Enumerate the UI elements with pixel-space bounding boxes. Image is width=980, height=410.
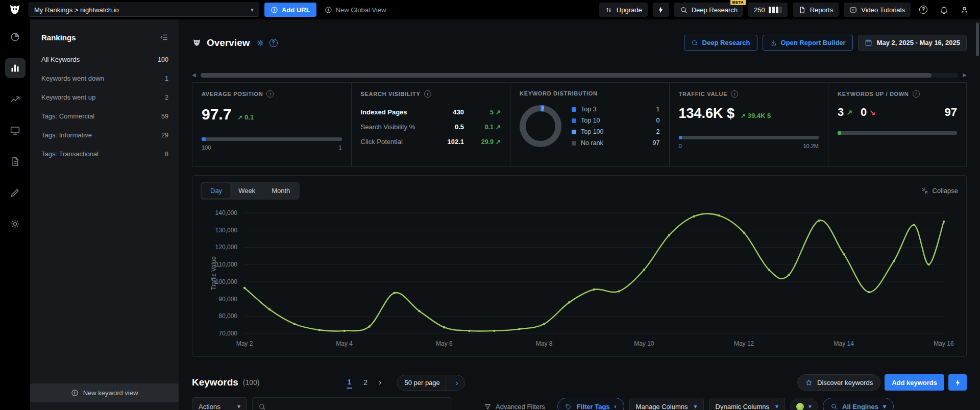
tab-month[interactable]: Month [263,183,298,198]
dynamic-columns-dropdown[interactable]: Dynamic Columns ▾ [709,398,786,410]
chevron-down-icon: ▾ [775,403,778,409]
page-title: Overview [207,37,250,49]
metric-row-click-potential: Click Potential 102.1 29.9 ↗ [361,134,501,149]
keywords-down-value: 0↘ [861,106,875,119]
search-icon [258,403,266,410]
next-page-button[interactable]: › [379,378,381,387]
tab-week[interactable]: Week [230,183,263,198]
collapse-sidebar-button[interactable] [159,33,168,42]
all-engines-dropdown[interactable]: All Engines ▾ [823,398,894,410]
svg-text:100,000: 100,000 [215,278,238,285]
upgrade-button[interactable]: Upgrade [599,3,648,17]
rail-backlinks-button[interactable] [5,120,26,140]
metric-change: 29.9 ↗ [464,138,501,146]
new-keyword-view-button[interactable]: New keyword view [30,383,179,402]
tab-day[interactable]: Day [202,183,230,198]
legend-swatch [572,118,576,123]
quick-add-button[interactable] [948,374,967,391]
card-title: TRAFFIC VALUE [679,91,728,97]
metric-label: Search Visibility % [361,123,436,131]
progress-fill [679,136,682,139]
video-tutorials-button[interactable]: Video Tutorials [844,3,911,17]
page-2-button[interactable]: 2 [362,377,369,388]
sidebar-item-tags-informative[interactable]: Tags: Informative 29 [41,126,168,144]
scrollbar-track[interactable] [201,73,959,78]
filter-tags-button[interactable]: Filter Tags › [557,398,624,410]
help-button[interactable]: ? [916,3,931,17]
svg-text:140,000: 140,000 [215,209,238,216]
legend-item-top100: Top 100 2 [572,126,660,137]
legend-value: 1 [656,106,660,113]
boost-button[interactable] [653,3,669,17]
reports-button[interactable]: Reports [793,3,839,17]
page-1-button[interactable]: 1 [347,376,353,389]
info-icon[interactable]: i [913,90,920,98]
calendar-icon [865,39,872,46]
discover-keywords-button[interactable]: Discover keywords [797,374,880,391]
sidebar-item-tags-commercial[interactable]: Tags: Commercial 59 [41,107,168,126]
vertical-scrollbar[interactable] [976,22,979,56]
plus-circle-icon [271,6,278,14]
sidebar-item-keywords-went-up[interactable]: Keywords went up 2 [41,88,168,107]
overview-help-button[interactable]: ? [270,39,278,47]
overview-settings-button[interactable] [256,39,264,47]
rail-rankings-button[interactable] [5,58,26,78]
rail-site-views-button[interactable] [5,89,26,109]
advanced-filters-button[interactable]: Advanced Filters [484,403,545,410]
per-page-selector[interactable]: 50 per page › [397,375,464,391]
rail-notes-button[interactable] [5,182,26,203]
info-icon[interactable]: i [266,90,274,98]
nightwatch-logo[interactable] [6,2,23,17]
position-progress-bar [202,137,342,141]
sidebar-item-all-keywords[interactable]: All Keywords 100 [41,50,168,69]
search-icon [680,6,688,14]
date-range-picker[interactable]: May 2, 2025 - May 16, 2025 [858,35,967,51]
svg-text:May 10: May 10 [634,340,654,347]
sidebar-item-keywords-went-down[interactable]: Keywords went down 1 [41,69,168,88]
rail-reports-button[interactable] [5,151,26,172]
scroll-left-icon[interactable]: ◀ [192,73,196,78]
keywords-search[interactable] [252,397,452,410]
actions-dropdown[interactable]: Actions ▾ [192,397,247,410]
add-keywords-button[interactable]: Add keywords [885,374,944,391]
credit-segment [776,7,778,13]
add-url-button[interactable]: Add URL [264,3,316,17]
manage-columns-dropdown[interactable]: Manage Columns ▾ [629,398,704,410]
keywords-search-input[interactable] [271,403,446,410]
credits-meter[interactable]: 250 [748,3,788,17]
legend-swatch [572,107,576,112]
legend-value: 2 [656,128,660,135]
scroll-right-icon[interactable]: ▶ [963,73,967,78]
workspace-selector[interactable]: My Rankings > nightwatch.io ▾ [29,3,259,17]
keywords-toolbar: Actions ▾ Advanced Filters Filter Tags ›… [192,397,967,410]
engine-filter-dropdown[interactable]: ▾ [790,398,818,410]
open-report-builder-button[interactable]: Open Report Builder [763,35,853,51]
collapse-chart-button[interactable]: Collapse [921,187,958,195]
deep-research-button[interactable]: Deep Research BETA [674,3,743,17]
engine-icon [796,403,804,410]
legend-item-top3: Top 3 1 [572,104,660,115]
svg-text:May 16: May 16 [934,340,954,347]
metric-value: 430 [435,108,464,116]
rail-dashboard-button[interactable] [5,27,26,47]
scrollbar-thumb[interactable] [201,73,932,78]
info-icon[interactable]: i [731,90,738,98]
traffic-value-card: TRAFFIC VALUE i 134.6K $ ↗ 39.4K $ 0 10.… [669,82,829,167]
rail-settings-button[interactable] [5,213,26,234]
info-icon[interactable]: i [424,90,431,98]
keywords-up-down-card: KEYWORDS UP / DOWN i 3↗ 0↘ 97 [828,82,967,167]
legend-swatch [572,141,576,146]
sidebar-item-tags-transactional[interactable]: Tags: Transactional 8 [41,144,168,163]
document-icon [798,6,806,14]
legend-item-top10: Top 10 0 [572,115,660,126]
deep-research-overview-button[interactable]: Deep Research [684,35,757,51]
new-global-view-button[interactable]: New Global View [325,6,386,14]
sidebar-item-label: Tags: Commercial [41,112,94,120]
up-arrow-icon: ↗ [237,114,242,121]
notifications-button[interactable] [936,3,951,17]
distribution-donut-chart [520,105,561,147]
plus-circle-icon [71,389,79,397]
chevron-down-icon: ▾ [883,403,886,409]
metric-value: 0.5 [435,123,464,131]
account-button[interactable] [957,3,972,17]
